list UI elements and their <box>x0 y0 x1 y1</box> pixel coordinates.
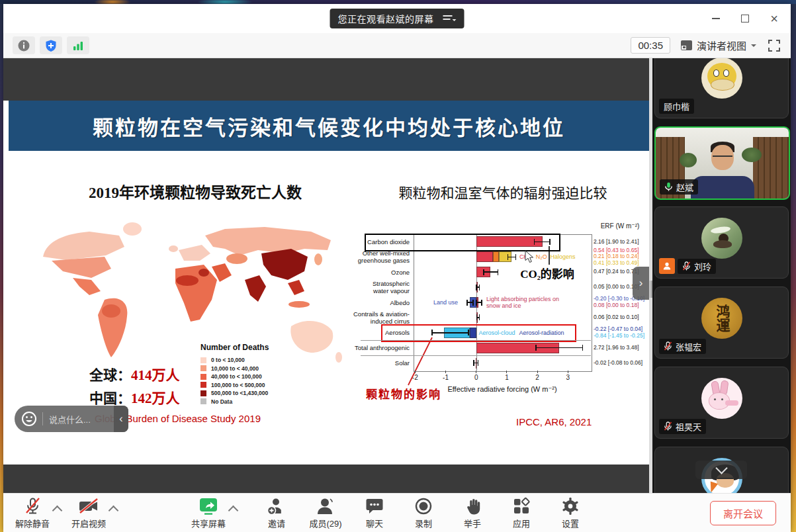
x-axis-tick <box>537 371 538 373</box>
chart-whisker-cap <box>473 360 474 366</box>
chart-highlight-box <box>381 324 576 342</box>
chart-whisker-cap <box>515 254 517 260</box>
settings-button[interactable]: 设置 <box>552 497 589 529</box>
x-axis-tick <box>476 371 476 373</box>
forcing-chart-title: 颗粒物和温室气体的辐射强迫比较 <box>364 182 642 202</box>
legend-label: 100,000 to < 500,000 <box>211 382 265 388</box>
chart-row-label: Solar <box>338 359 410 367</box>
chat-button[interactable]: 聊天 <box>356 497 393 529</box>
close-button[interactable]: × <box>764 9 784 28</box>
titlebar: 您正在观看赵斌的屏幕 × <box>3 4 791 34</box>
global-deaths: 全球：414万人 <box>89 364 180 384</box>
chart-row-label: Stratospheric water vapour <box>338 280 410 294</box>
share-options-chevron[interactable] <box>228 505 239 515</box>
emoji-icon[interactable] <box>21 411 37 427</box>
network-signal-icon[interactable] <box>67 36 89 54</box>
x-axis-tick-label: 1 <box>499 374 515 381</box>
invite-button[interactable]: 邀请 <box>258 497 295 529</box>
chat-input[interactable]: 说点什么... <box>49 413 114 425</box>
participant-tile-liuling[interactable]: 刘玲 <box>654 206 789 279</box>
host-role-badge <box>659 258 675 274</box>
share-screen-icon <box>199 497 218 515</box>
slide-title-banner: 颗粒物在空气污染和气候变化中均处于核心地位 <box>9 101 649 151</box>
chart-row-label: Total anthropogenic <box>338 344 410 351</box>
share-banner: 您正在观看赵斌的屏幕 <box>330 9 464 28</box>
participant-tile-zhangyunhong[interactable]: 鸿運 张韫宏 <box>654 287 789 359</box>
view-mode-selector[interactable]: 演讲者视图 <box>681 38 756 52</box>
chart-group-separator <box>361 355 591 356</box>
legend-swatch <box>200 390 206 396</box>
calligraphy-avatar: 鸿運 <box>701 298 742 339</box>
layout-icon <box>681 40 692 50</box>
chart-whisker-cap <box>483 269 484 275</box>
mic-muted-icon <box>682 261 691 271</box>
settings-gear-icon <box>560 497 580 515</box>
chart-value-label: 2.72 [1.96 to 3.48] <box>594 345 649 351</box>
participant-name-badge: 祖昊天 <box>659 419 706 434</box>
mic-muted-icon <box>664 341 672 351</box>
x-axis-tick-label: 3 <box>560 374 576 381</box>
legend-label: 10,000 to < 40,000 <box>211 365 259 372</box>
chart-whisker-cap <box>476 285 477 290</box>
desktop-background: 您正在观看赵斌的屏幕 × 00:35 演讲者视图 <box>0 0 796 532</box>
participant-name-badge: 顾巾楷 <box>659 99 694 114</box>
next-slide-flap[interactable]: › <box>633 267 649 300</box>
chart-whisker-cap <box>481 300 482 306</box>
leave-meeting-button[interactable]: 离开会议 <box>710 501 776 525</box>
unmute-button[interactable]: 解除静音 <box>14 497 51 529</box>
chart-inline-label: N₂O <box>536 253 547 260</box>
legend-label: 500,000 to <1,430,000 <box>211 390 268 396</box>
meeting-window: 您正在观看赵斌的屏幕 × 00:35 演讲者视图 <box>3 4 791 532</box>
chart-whisker-cap <box>472 300 474 306</box>
maximize-button[interactable] <box>735 9 755 28</box>
chat-collapse-button[interactable]: ‹ <box>114 406 128 432</box>
chart-bar-segment <box>493 251 500 262</box>
apps-button[interactable]: 应用 <box>503 497 540 529</box>
legend-entry: 500,000 to <1,430,000 <box>200 390 320 396</box>
chat-icon <box>365 497 384 515</box>
chat-divider <box>42 412 43 425</box>
x-axis-tick <box>415 371 416 373</box>
minimize-button[interactable] <box>706 9 726 28</box>
participant-tile-gujinkai[interactable]: 顾巾楷 <box>654 58 789 118</box>
share-banner-text: 您正在观看赵斌的屏幕 <box>338 12 434 25</box>
chart-whisker-cap <box>478 360 479 366</box>
record-button[interactable]: 录制 <box>405 497 442 529</box>
x-axis-label: Effective radiative forcing (W m⁻²) <box>414 385 591 394</box>
mic-active-icon <box>664 182 673 192</box>
chart-whisker <box>536 347 582 349</box>
start-video-button[interactable]: 开启视频 <box>70 497 107 529</box>
audio-options-chevron[interactable] <box>52 505 63 515</box>
ipcc-citation: IPCC, AR6, 2021 <box>516 416 592 427</box>
apps-icon <box>512 497 531 515</box>
chevron-down-icon <box>751 44 756 50</box>
legend-entry: 10,000 to < 40,000 <box>200 365 320 372</box>
map-legend: Number of Deaths 0 to < 10,00010,000 to … <box>200 343 320 406</box>
radiative-forcing-chart: CO₂的影响 颗粒物的影响 ERF (W m⁻²)-2-10123Effecti… <box>361 218 649 406</box>
meeting-info-icon[interactable] <box>13 36 35 54</box>
x-axis-tick-label: 0 <box>468 374 484 381</box>
chart-whisker-cap <box>508 254 509 260</box>
chart-whisker-cap <box>479 285 480 290</box>
share-banner-menu-icon[interactable] <box>443 14 457 23</box>
chart-whisker-cap <box>582 345 584 351</box>
raise-hand-button[interactable]: 举手 <box>454 497 491 529</box>
legend-swatch <box>200 382 206 388</box>
legend-entry: No Data <box>200 398 320 405</box>
participants-panel: 顾巾楷 赵斌 刘玲 <box>652 58 791 493</box>
mic-muted-icon <box>664 421 672 431</box>
chart-whisker <box>484 271 498 273</box>
security-shield-icon[interactable] <box>40 36 62 54</box>
participant-tile-zuhaotian[interactable]: 祖昊天 <box>654 367 789 439</box>
raise-hand-icon <box>463 497 482 515</box>
participant-tile-zhaobin[interactable]: 赵斌 <box>654 126 790 200</box>
fullscreen-button[interactable] <box>767 38 781 53</box>
scroll-down-button[interactable] <box>695 461 747 479</box>
legend-swatch <box>200 357 206 363</box>
video-options-chevron[interactable] <box>109 505 119 515</box>
members-button[interactable]: 成员(29) <box>307 497 344 529</box>
participant-name-badge: 刘玲 <box>678 259 716 274</box>
share-screen-button[interactable]: 共享屏幕 <box>190 497 227 529</box>
invite-icon <box>266 497 287 515</box>
camera-off-icon <box>77 497 100 515</box>
